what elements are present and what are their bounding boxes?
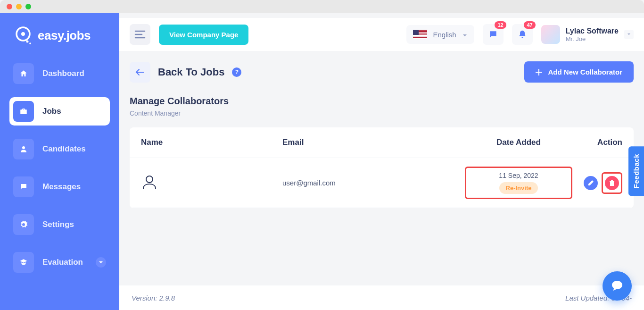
avatar	[541, 25, 560, 44]
sidebar-item-label: Messages	[42, 182, 81, 192]
logo-icon	[13, 25, 33, 45]
page-header: Back To Jobs ? Add New Collaborator	[130, 61, 634, 83]
svg-point-2	[26, 41, 29, 43]
bell-icon	[518, 30, 527, 39]
edit-button[interactable]	[584, 176, 598, 190]
language-select[interactable]: English	[406, 25, 474, 44]
chevron-down-icon	[624, 30, 634, 39]
flag-us-icon	[413, 30, 427, 39]
main: View Company Page English 12 47 Lylac So…	[119, 13, 644, 310]
language-label: English	[433, 31, 456, 39]
section-subtitle: Content Manager	[130, 109, 634, 117]
svg-point-1	[21, 32, 25, 36]
user-name: Mr. Joe	[566, 35, 619, 42]
sidebar-item-label: Candidates	[42, 144, 86, 154]
messages-button[interactable]: 12	[483, 24, 504, 45]
plus-icon	[536, 69, 542, 75]
sidebar-item-candidates[interactable]: Candidates	[9, 135, 110, 163]
sidebar-item-evaluation[interactable]: Evaluation	[9, 248, 110, 276]
sidebar-item-label: Evaluation	[42, 258, 83, 267]
sidebar-item-label: Jobs	[42, 107, 61, 116]
add-collaborator-button[interactable]: Add New Collaborator	[524, 61, 634, 83]
gear-icon	[13, 214, 34, 235]
notifications-badge: 47	[524, 21, 535, 29]
user-menu[interactable]: Lylac Software Mr. Joe	[541, 25, 634, 44]
person-icon	[141, 174, 158, 191]
delete-highlight	[602, 172, 622, 194]
row-email: user@gmail.com	[282, 179, 471, 187]
window-min-dot[interactable]	[16, 4, 22, 9]
view-company-button[interactable]: View Company Page	[159, 25, 248, 45]
logo[interactable]: easy.jobs	[0, 22, 119, 59]
section-title: Manage Collaborators	[130, 96, 634, 107]
chat-widget[interactable]	[603, 271, 632, 301]
delete-button[interactable]	[605, 176, 619, 190]
help-icon[interactable]: ?	[232, 67, 241, 77]
trash-icon	[609, 180, 615, 186]
chevron-down-icon	[96, 257, 106, 268]
window-chrome	[0, 0, 644, 13]
home-icon	[13, 63, 34, 84]
company-name: Lylac Software	[566, 27, 619, 35]
svg-point-4	[22, 146, 25, 149]
col-action: Action	[566, 138, 622, 147]
feedback-tab[interactable]: Feedback	[628, 146, 644, 196]
window-max-dot[interactable]	[25, 4, 31, 9]
back-button[interactable]	[130, 62, 150, 83]
table-row: user@gmail.com 11 Sep, 2022 Re-Invite	[130, 158, 634, 208]
logo-text: easy.jobs	[38, 28, 91, 43]
footer: Version: 2.9.8 Last Updated: 09-04-	[119, 285, 644, 310]
pencil-icon	[587, 180, 594, 186]
chevron-down-icon	[462, 32, 468, 37]
notifications-button[interactable]: 47	[512, 24, 533, 45]
graduation-icon	[13, 252, 34, 273]
col-name: Name	[141, 138, 282, 147]
sidebar-item-label: Dashboard	[42, 69, 84, 78]
topbar: View Company Page English 12 47 Lylac So…	[119, 18, 644, 51]
table-header: Name Email Date Added Action	[130, 127, 634, 158]
collaborators-table: Name Email Date Added Action user@gmail.…	[130, 127, 634, 208]
reinvite-button[interactable]: Re-Invite	[499, 182, 538, 194]
window-close-dot[interactable]	[7, 4, 12, 9]
menu-toggle[interactable]	[130, 24, 150, 45]
sidebar-item-settings[interactable]: Settings	[9, 210, 110, 239]
sidebar-item-messages[interactable]: Messages	[9, 173, 110, 201]
svg-point-9	[146, 176, 153, 183]
version-text: Version: 2.9.8	[132, 294, 175, 302]
sidebar-item-dashboard[interactable]: Dashboard	[9, 59, 110, 88]
col-date: Date Added	[471, 138, 566, 147]
row-actions	[566, 172, 622, 194]
messages-badge: 12	[495, 21, 506, 29]
row-avatar	[141, 174, 282, 193]
add-button-label: Add New Collaborator	[548, 68, 622, 76]
row-date: 11 Sep, 2022	[499, 172, 538, 179]
col-email: Email	[282, 138, 471, 147]
sidebar: easy.jobs Dashboard Jobs Candidates Mess…	[0, 13, 119, 310]
briefcase-icon	[13, 101, 34, 122]
svg-point-3	[29, 42, 31, 44]
message-icon	[488, 30, 498, 39]
sidebar-item-label: Settings	[42, 220, 74, 229]
chat-icon	[13, 176, 34, 197]
row-date-cell: 11 Sep, 2022 Re-Invite	[465, 167, 572, 199]
chat-bubble-icon	[611, 279, 624, 293]
sidebar-item-jobs[interactable]: Jobs	[9, 97, 110, 126]
user-icon	[13, 139, 34, 159]
page-title: Back To Jobs	[158, 66, 224, 78]
